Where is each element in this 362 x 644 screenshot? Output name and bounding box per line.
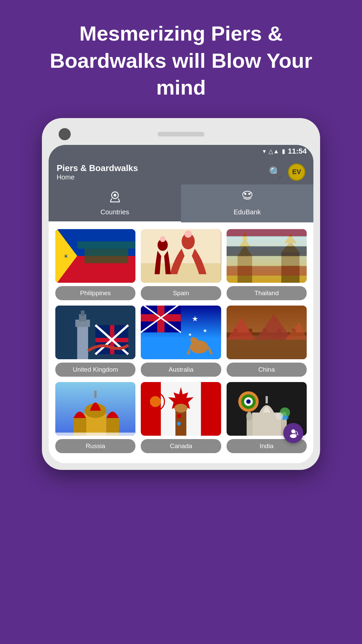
australia-label: Australia bbox=[141, 363, 221, 377]
header-section: Mesmerizing Piers & Boardwalks will Blow… bbox=[0, 0, 362, 118]
country-item-spain[interactable]: Spain bbox=[141, 229, 221, 300]
country-item-china[interactable]: China bbox=[227, 306, 307, 377]
russia-image bbox=[55, 382, 135, 436]
svg-rect-81 bbox=[265, 396, 268, 404]
svg-rect-17 bbox=[84, 249, 128, 263]
svg-point-74 bbox=[174, 404, 187, 413]
countries-tab-icon bbox=[108, 190, 122, 206]
svg-point-94 bbox=[290, 434, 297, 438]
canada-label: Canada bbox=[141, 439, 221, 453]
svg-line-2 bbox=[110, 199, 112, 202]
svg-text:★: ★ bbox=[203, 328, 207, 333]
country-grid: ☀ Philippines bbox=[55, 229, 307, 453]
phone-frame: ▾ △▲ ▮ 11:54 Piers & Boardwalks Home 🔍 E… bbox=[42, 118, 320, 470]
svg-point-7 bbox=[248, 193, 250, 195]
front-camera bbox=[59, 128, 71, 140]
country-item-australia[interactable]: ★ ★ ★ Australia bbox=[141, 306, 221, 377]
svg-rect-32 bbox=[227, 229, 307, 236]
app-bar-title-group: Piers & Boardwalks Home bbox=[57, 163, 138, 181]
philippines-image: ☀ bbox=[55, 229, 135, 283]
svg-point-78 bbox=[150, 396, 161, 407]
russia-label: Russia bbox=[55, 439, 135, 453]
app-name: Piers & Boardwalks bbox=[57, 163, 138, 173]
app-bar-actions: 🔍 EV bbox=[269, 163, 305, 181]
svg-rect-34 bbox=[227, 246, 307, 256]
canada-image: ⬟ ⬟ bbox=[141, 382, 221, 436]
thailand-label: Thailand bbox=[227, 286, 307, 300]
china-label: China bbox=[227, 363, 307, 377]
header-title: Mesmerizing Piers & Boardwalks will Blow… bbox=[0, 0, 362, 118]
svg-point-58 bbox=[190, 337, 195, 342]
ev-logo[interactable]: EV bbox=[288, 163, 305, 181]
uk-image bbox=[55, 306, 135, 359]
svg-point-1 bbox=[114, 194, 116, 197]
tab-bar: Countries EduBank bbox=[49, 184, 313, 222]
svg-text:★: ★ bbox=[188, 332, 192, 337]
svg-rect-19 bbox=[141, 263, 221, 283]
svg-line-3 bbox=[118, 199, 120, 202]
svg-point-84 bbox=[246, 412, 252, 420]
search-button[interactable]: 🔍 bbox=[269, 166, 281, 178]
australia-image: ★ ★ ★ bbox=[141, 306, 221, 359]
svg-text:⬟: ⬟ bbox=[177, 421, 181, 426]
svg-rect-66 bbox=[94, 390, 97, 398]
country-item-russia[interactable]: Russia bbox=[55, 382, 135, 453]
philippines-label: Philippines bbox=[55, 286, 135, 300]
tab-countries[interactable]: Countries bbox=[49, 184, 181, 222]
spain-label: Spain bbox=[141, 286, 221, 300]
svg-point-95 bbox=[295, 432, 298, 434]
status-time: 11:54 bbox=[288, 147, 307, 156]
battery-icon: ▮ bbox=[282, 148, 285, 155]
country-item-thailand[interactable]: Thailand bbox=[227, 229, 307, 300]
svg-point-89 bbox=[246, 399, 250, 404]
country-item-united-kingdom[interactable]: United Kingdom bbox=[55, 306, 135, 377]
spain-image bbox=[141, 229, 221, 283]
svg-point-93 bbox=[291, 429, 295, 433]
uk-label: United Kingdom bbox=[55, 363, 135, 377]
svg-text:⬟: ⬟ bbox=[177, 413, 182, 419]
svg-rect-36 bbox=[227, 266, 307, 275]
status-bar: ▾ △▲ ▮ 11:54 bbox=[49, 145, 313, 158]
signal-icon: △▲ bbox=[268, 148, 279, 155]
wifi-icon: ▾ bbox=[263, 148, 266, 155]
svg-rect-16 bbox=[77, 241, 135, 249]
china-image bbox=[227, 306, 307, 359]
country-item-philippines[interactable]: ☀ Philippines bbox=[55, 229, 135, 300]
svg-text:★: ★ bbox=[192, 315, 199, 323]
edubank-tab-label: EduBank bbox=[234, 208, 261, 216]
speaker-grille bbox=[158, 132, 204, 137]
country-grid-container: ☀ Philippines bbox=[49, 222, 313, 463]
svg-text:☀: ☀ bbox=[63, 253, 68, 259]
svg-point-6 bbox=[244, 193, 246, 195]
edubank-tab-icon bbox=[241, 190, 254, 206]
svg-line-96 bbox=[297, 434, 298, 435]
svg-point-21 bbox=[185, 230, 192, 238]
svg-rect-35 bbox=[227, 256, 307, 266]
svg-rect-38 bbox=[77, 321, 88, 359]
svg-rect-33 bbox=[227, 236, 307, 246]
sensor bbox=[291, 128, 303, 140]
app-subtitle: Home bbox=[57, 173, 138, 181]
phone-screen: ▾ △▲ ▮ 11:54 Piers & Boardwalks Home 🔍 E… bbox=[49, 145, 313, 463]
countries-tab-label: Countries bbox=[101, 208, 129, 216]
svg-rect-41 bbox=[81, 311, 84, 316]
tab-edubank[interactable]: EduBank bbox=[181, 184, 313, 222]
fab-button[interactable] bbox=[283, 423, 303, 443]
svg-point-23 bbox=[160, 236, 166, 242]
svg-rect-72 bbox=[201, 382, 221, 436]
svg-point-92 bbox=[276, 413, 283, 420]
status-icons: ▾ △▲ ▮ 11:54 bbox=[263, 147, 307, 156]
svg-rect-69 bbox=[55, 432, 135, 435]
thailand-image bbox=[227, 229, 307, 283]
country-item-canada[interactable]: ⬟ ⬟ Canada bbox=[141, 382, 221, 453]
app-bar: Piers & Boardwalks Home 🔍 EV bbox=[49, 158, 313, 184]
